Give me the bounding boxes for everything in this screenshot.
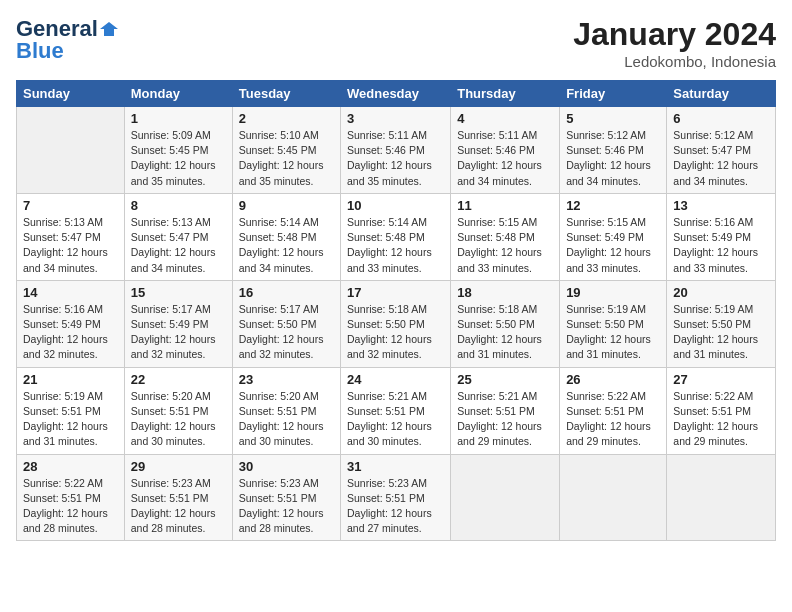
day-info: Sunrise: 5:13 AM Sunset: 5:47 PM Dayligh… xyxy=(131,215,226,276)
day-number: 6 xyxy=(673,111,769,126)
calendar-cell xyxy=(560,454,667,541)
calendar-cell: 11Sunrise: 5:15 AM Sunset: 5:48 PM Dayli… xyxy=(451,193,560,280)
day-info: Sunrise: 5:17 AM Sunset: 5:50 PM Dayligh… xyxy=(239,302,334,363)
day-number: 1 xyxy=(131,111,226,126)
day-number: 24 xyxy=(347,372,444,387)
svg-marker-0 xyxy=(100,22,118,36)
calendar-cell: 17Sunrise: 5:18 AM Sunset: 5:50 PM Dayli… xyxy=(341,280,451,367)
day-number: 30 xyxy=(239,459,334,474)
day-info: Sunrise: 5:20 AM Sunset: 5:51 PM Dayligh… xyxy=(131,389,226,450)
day-number: 21 xyxy=(23,372,118,387)
day-number: 28 xyxy=(23,459,118,474)
calendar-cell: 9Sunrise: 5:14 AM Sunset: 5:48 PM Daylig… xyxy=(232,193,340,280)
calendar-cell: 20Sunrise: 5:19 AM Sunset: 5:50 PM Dayli… xyxy=(667,280,776,367)
day-number: 27 xyxy=(673,372,769,387)
weekday-header-tuesday: Tuesday xyxy=(232,81,340,107)
calendar-cell: 18Sunrise: 5:18 AM Sunset: 5:50 PM Dayli… xyxy=(451,280,560,367)
day-info: Sunrise: 5:16 AM Sunset: 5:49 PM Dayligh… xyxy=(673,215,769,276)
calendar-cell: 29Sunrise: 5:23 AM Sunset: 5:51 PM Dayli… xyxy=(124,454,232,541)
day-info: Sunrise: 5:19 AM Sunset: 5:50 PM Dayligh… xyxy=(673,302,769,363)
calendar-cell: 14Sunrise: 5:16 AM Sunset: 5:49 PM Dayli… xyxy=(17,280,125,367)
calendar-cell: 24Sunrise: 5:21 AM Sunset: 5:51 PM Dayli… xyxy=(341,367,451,454)
weekday-header-saturday: Saturday xyxy=(667,81,776,107)
day-number: 3 xyxy=(347,111,444,126)
day-info: Sunrise: 5:13 AM Sunset: 5:47 PM Dayligh… xyxy=(23,215,118,276)
day-number: 26 xyxy=(566,372,660,387)
weekday-header-wednesday: Wednesday xyxy=(341,81,451,107)
day-number: 10 xyxy=(347,198,444,213)
day-number: 5 xyxy=(566,111,660,126)
day-info: Sunrise: 5:11 AM Sunset: 5:46 PM Dayligh… xyxy=(347,128,444,189)
day-number: 13 xyxy=(673,198,769,213)
weekday-header-friday: Friday xyxy=(560,81,667,107)
day-info: Sunrise: 5:16 AM Sunset: 5:49 PM Dayligh… xyxy=(23,302,118,363)
calendar-week-2: 7Sunrise: 5:13 AM Sunset: 5:47 PM Daylig… xyxy=(17,193,776,280)
day-info: Sunrise: 5:15 AM Sunset: 5:49 PM Dayligh… xyxy=(566,215,660,276)
calendar-cell: 5Sunrise: 5:12 AM Sunset: 5:46 PM Daylig… xyxy=(560,107,667,194)
day-number: 20 xyxy=(673,285,769,300)
calendar-cell: 25Sunrise: 5:21 AM Sunset: 5:51 PM Dayli… xyxy=(451,367,560,454)
calendar-cell: 4Sunrise: 5:11 AM Sunset: 5:46 PM Daylig… xyxy=(451,107,560,194)
calendar-week-5: 28Sunrise: 5:22 AM Sunset: 5:51 PM Dayli… xyxy=(17,454,776,541)
day-info: Sunrise: 5:21 AM Sunset: 5:51 PM Dayligh… xyxy=(347,389,444,450)
calendar-cell: 8Sunrise: 5:13 AM Sunset: 5:47 PM Daylig… xyxy=(124,193,232,280)
day-number: 14 xyxy=(23,285,118,300)
calendar-cell: 16Sunrise: 5:17 AM Sunset: 5:50 PM Dayli… xyxy=(232,280,340,367)
calendar-body: 1Sunrise: 5:09 AM Sunset: 5:45 PM Daylig… xyxy=(17,107,776,541)
day-info: Sunrise: 5:21 AM Sunset: 5:51 PM Dayligh… xyxy=(457,389,553,450)
day-info: Sunrise: 5:14 AM Sunset: 5:48 PM Dayligh… xyxy=(347,215,444,276)
calendar-cell xyxy=(667,454,776,541)
day-number: 8 xyxy=(131,198,226,213)
day-number: 9 xyxy=(239,198,334,213)
day-info: Sunrise: 5:09 AM Sunset: 5:45 PM Dayligh… xyxy=(131,128,226,189)
day-info: Sunrise: 5:22 AM Sunset: 5:51 PM Dayligh… xyxy=(566,389,660,450)
calendar-cell: 30Sunrise: 5:23 AM Sunset: 5:51 PM Dayli… xyxy=(232,454,340,541)
logo-blue: Blue xyxy=(16,38,64,64)
weekday-header-sunday: Sunday xyxy=(17,81,125,107)
day-number: 7 xyxy=(23,198,118,213)
day-info: Sunrise: 5:22 AM Sunset: 5:51 PM Dayligh… xyxy=(673,389,769,450)
weekday-header-monday: Monday xyxy=(124,81,232,107)
day-info: Sunrise: 5:19 AM Sunset: 5:50 PM Dayligh… xyxy=(566,302,660,363)
logo: General Blue xyxy=(16,16,118,64)
month-year: January 2024 xyxy=(573,16,776,53)
calendar-week-3: 14Sunrise: 5:16 AM Sunset: 5:49 PM Dayli… xyxy=(17,280,776,367)
day-info: Sunrise: 5:18 AM Sunset: 5:50 PM Dayligh… xyxy=(457,302,553,363)
calendar-cell: 26Sunrise: 5:22 AM Sunset: 5:51 PM Dayli… xyxy=(560,367,667,454)
calendar-cell: 7Sunrise: 5:13 AM Sunset: 5:47 PM Daylig… xyxy=(17,193,125,280)
day-number: 25 xyxy=(457,372,553,387)
calendar-week-4: 21Sunrise: 5:19 AM Sunset: 5:51 PM Dayli… xyxy=(17,367,776,454)
day-info: Sunrise: 5:23 AM Sunset: 5:51 PM Dayligh… xyxy=(131,476,226,537)
calendar-cell: 3Sunrise: 5:11 AM Sunset: 5:46 PM Daylig… xyxy=(341,107,451,194)
day-info: Sunrise: 5:14 AM Sunset: 5:48 PM Dayligh… xyxy=(239,215,334,276)
logo-bird-icon xyxy=(100,20,118,38)
day-number: 15 xyxy=(131,285,226,300)
weekday-header-row: SundayMondayTuesdayWednesdayThursdayFrid… xyxy=(17,81,776,107)
day-info: Sunrise: 5:23 AM Sunset: 5:51 PM Dayligh… xyxy=(239,476,334,537)
calendar-cell xyxy=(451,454,560,541)
day-number: 22 xyxy=(131,372,226,387)
calendar-cell: 6Sunrise: 5:12 AM Sunset: 5:47 PM Daylig… xyxy=(667,107,776,194)
calendar-cell: 12Sunrise: 5:15 AM Sunset: 5:49 PM Dayli… xyxy=(560,193,667,280)
calendar-cell: 21Sunrise: 5:19 AM Sunset: 5:51 PM Dayli… xyxy=(17,367,125,454)
day-info: Sunrise: 5:12 AM Sunset: 5:47 PM Dayligh… xyxy=(673,128,769,189)
calendar-cell: 19Sunrise: 5:19 AM Sunset: 5:50 PM Dayli… xyxy=(560,280,667,367)
day-number: 12 xyxy=(566,198,660,213)
calendar-cell: 15Sunrise: 5:17 AM Sunset: 5:49 PM Dayli… xyxy=(124,280,232,367)
day-number: 2 xyxy=(239,111,334,126)
day-info: Sunrise: 5:17 AM Sunset: 5:49 PM Dayligh… xyxy=(131,302,226,363)
calendar-cell: 23Sunrise: 5:20 AM Sunset: 5:51 PM Dayli… xyxy=(232,367,340,454)
page-header: General Blue January 2024 Ledokombo, Ind… xyxy=(16,16,776,70)
day-number: 31 xyxy=(347,459,444,474)
day-info: Sunrise: 5:20 AM Sunset: 5:51 PM Dayligh… xyxy=(239,389,334,450)
calendar-cell: 22Sunrise: 5:20 AM Sunset: 5:51 PM Dayli… xyxy=(124,367,232,454)
location: Ledokombo, Indonesia xyxy=(573,53,776,70)
day-info: Sunrise: 5:10 AM Sunset: 5:45 PM Dayligh… xyxy=(239,128,334,189)
day-info: Sunrise: 5:18 AM Sunset: 5:50 PM Dayligh… xyxy=(347,302,444,363)
day-info: Sunrise: 5:22 AM Sunset: 5:51 PM Dayligh… xyxy=(23,476,118,537)
calendar-week-1: 1Sunrise: 5:09 AM Sunset: 5:45 PM Daylig… xyxy=(17,107,776,194)
day-number: 19 xyxy=(566,285,660,300)
day-number: 23 xyxy=(239,372,334,387)
day-number: 16 xyxy=(239,285,334,300)
title-block: January 2024 Ledokombo, Indonesia xyxy=(573,16,776,70)
